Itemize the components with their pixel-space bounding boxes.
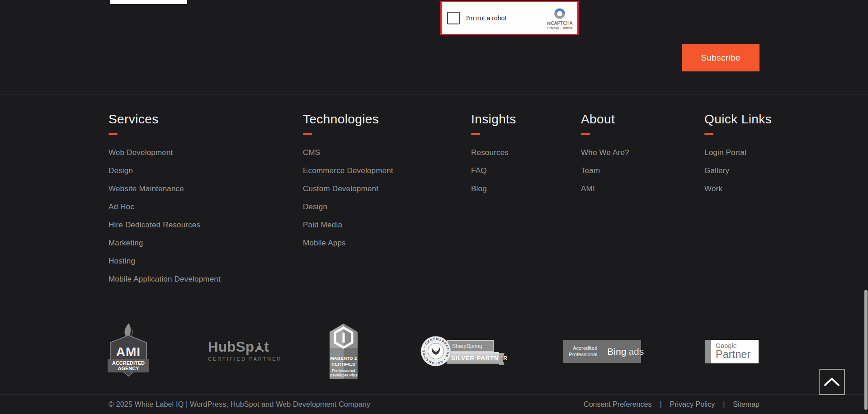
bing-ads-accredited-badge: Accredited Professional Bing ads bbox=[563, 340, 641, 363]
ami-accredited-agency-badge: AMI ACCREDITED AGENCY bbox=[108, 323, 149, 380]
footer-link-faq[interactable]: FAQ bbox=[471, 166, 487, 175]
google-partner-strip bbox=[705, 340, 711, 363]
hubspot-wordmark-left: HubSp bbox=[208, 340, 254, 354]
footer-link-ecommerce-development[interactable]: Ecommerce Development bbox=[303, 166, 393, 175]
services-links: Web Development Design Website Maintenan… bbox=[108, 144, 221, 288]
recaptcha-checkbox[interactable] bbox=[447, 12, 460, 24]
footer-link-who-we-are[interactable]: Who We Are? bbox=[581, 148, 629, 157]
recaptcha-widget[interactable]: I'm not a robot reCAPTCHA Privacy - Term… bbox=[440, 1, 579, 35]
footer-link-mobile-application-development[interactable]: Mobile Application Development bbox=[108, 275, 221, 284]
magento-logo-icon bbox=[333, 326, 354, 349]
footer-link-gallery[interactable]: Gallery bbox=[704, 166, 729, 175]
sharpspring-name: SharpSpring bbox=[452, 343, 482, 349]
newsletter-section: I'm not a robot reCAPTCHA Privacy - Term… bbox=[0, 0, 868, 94]
footer-link-custom-development[interactable]: Custom Development bbox=[303, 184, 378, 193]
hubspot-wordmark-right: t bbox=[264, 340, 269, 354]
insights-links: Resources FAQ Blog bbox=[471, 144, 516, 198]
partner-badges-strip: AMI ACCREDITED AGENCY HubSp t bbox=[0, 310, 868, 395]
footer-link-login-portal[interactable]: Login Portal bbox=[704, 148, 746, 157]
bing-accredited-professional-label: Accredited Professional bbox=[569, 345, 597, 358]
privacy-policy-link[interactable]: Privacy Policy bbox=[670, 400, 715, 409]
footer-link-hosting[interactable]: Hosting bbox=[108, 257, 135, 266]
column-title-about: About bbox=[581, 112, 629, 127]
column-title-insights: Insights bbox=[471, 112, 516, 127]
subscribe-button[interactable]: Subscribe bbox=[682, 44, 760, 71]
footer-link-cms[interactable]: CMS bbox=[303, 148, 320, 157]
magento-line3: Professional bbox=[330, 368, 358, 373]
footer-link-marketing[interactable]: Marketing bbox=[108, 239, 143, 248]
consent-preferences-link[interactable]: Consent Preferences bbox=[584, 400, 651, 409]
bottom-bar: © 2025 White Label IQ | WordPress, HubSp… bbox=[0, 395, 868, 414]
bing-wordmark: Bing bbox=[607, 346, 626, 357]
footer-column-quick-links: Quick Links Login Portal Gallery Work bbox=[704, 112, 772, 198]
footer-column-insights: Insights Resources FAQ Blog bbox=[471, 112, 516, 198]
separator: | bbox=[660, 400, 661, 409]
recaptcha-label: I'm not a robot bbox=[466, 14, 506, 22]
footer-link-ad-hoc[interactable]: Ad Hoc bbox=[108, 202, 134, 212]
legal-links: Consent Preferences | Privacy Policy | S… bbox=[584, 400, 760, 409]
partner-label: Partner bbox=[716, 348, 751, 361]
email-input-fragment[interactable] bbox=[110, 0, 187, 4]
hubspot-logo: HubSp t bbox=[208, 340, 271, 354]
hubspot-certified-partner-badge: HubSp t CERTIFIED PARTNER bbox=[208, 340, 271, 362]
accent-underline bbox=[303, 133, 312, 135]
bing-ads-label: ads bbox=[628, 346, 644, 357]
page-footer: I'm not a robot reCAPTCHA Privacy - Term… bbox=[0, 0, 868, 414]
footer-column-about: About Who We Are? Team AMI bbox=[581, 112, 629, 198]
hubspot-sprocket-icon bbox=[255, 342, 264, 353]
technologies-links: CMS Ecommerce Development Custom Develop… bbox=[303, 144, 393, 252]
footer-link-team[interactable]: Team bbox=[581, 166, 600, 175]
column-title-quick-links: Quick Links bbox=[704, 112, 772, 127]
footer-link-resources[interactable]: Resources bbox=[471, 148, 509, 157]
ami-badge-icon: AMI ACCREDITED AGENCY bbox=[108, 323, 149, 380]
sharpspring-tier-ribbon: SILVER PARTNER bbox=[447, 352, 499, 364]
accent-underline bbox=[704, 133, 713, 135]
accent-underline bbox=[108, 133, 118, 135]
about-links: Who We Are? Team AMI bbox=[581, 144, 629, 198]
footer-column-technologies: Technologies CMS Ecommerce Development C… bbox=[303, 112, 393, 252]
svg-text:ACCREDITED: ACCREDITED bbox=[112, 360, 145, 366]
footer-link-ami[interactable]: AMI bbox=[581, 184, 595, 193]
scroll-to-top-button[interactable] bbox=[819, 369, 845, 395]
footer-link-work[interactable]: Work bbox=[704, 184, 722, 193]
footer-column-services: Services Web Development Design Website … bbox=[108, 112, 221, 288]
magento-line1: MAGENTO 2 bbox=[330, 356, 358, 361]
footer-link-hire-dedicated-resources[interactable]: Hire Dedicated Resources bbox=[108, 221, 200, 230]
recaptcha-branding: reCAPTCHA Privacy - Terms bbox=[546, 7, 574, 30]
footer-link-web-development[interactable]: Web Development bbox=[108, 148, 173, 157]
accent-underline bbox=[581, 133, 590, 135]
recaptcha-logo-icon bbox=[553, 7, 566, 20]
quick-links: Login Portal Gallery Work bbox=[704, 144, 772, 198]
footer-link-design-tech[interactable]: Design bbox=[303, 202, 327, 212]
sharpspring-name-ribbon: SharpSpring bbox=[447, 340, 494, 352]
sharpspring-silver-partner-badge: SharpSpring SILVER PARTNER MARKETING • A… bbox=[420, 336, 505, 368]
column-title-services: Services bbox=[108, 112, 221, 127]
chevron-up-icon bbox=[824, 377, 840, 386]
recaptcha-brand: reCAPTCHA bbox=[547, 21, 573, 26]
google-partner-badge: Google Partner bbox=[705, 340, 759, 363]
accent-underline bbox=[471, 133, 480, 135]
svg-text:AMI: AMI bbox=[116, 345, 141, 359]
magento-certified-badge: MAGENTO 2 CERTIFIED Professional Develop… bbox=[330, 324, 358, 379]
footer-link-mobile-apps[interactable]: Mobile Apps bbox=[303, 239, 346, 248]
svg-text:AGENCY: AGENCY bbox=[118, 366, 139, 371]
magento-line4: Developer Plus bbox=[330, 373, 358, 377]
recaptcha-privacy-terms-link[interactable]: Privacy - Terms bbox=[547, 26, 572, 30]
column-title-technologies: Technologies bbox=[303, 112, 393, 127]
footer-link-blog[interactable]: Blog bbox=[471, 184, 487, 193]
scrollbar-thumb[interactable] bbox=[864, 290, 868, 410]
separator: | bbox=[723, 400, 725, 409]
footer-link-website-maintenance[interactable]: Website Maintenance bbox=[108, 184, 184, 193]
sitemap-link[interactable]: Sitemap bbox=[733, 400, 760, 409]
footer-navigation: Services Web Development Design Website … bbox=[0, 95, 868, 310]
sharpspring-seal-icon: MARKETING • AUTOMATION • CERTIFIED bbox=[420, 336, 451, 367]
footer-link-design[interactable]: Design bbox=[108, 166, 133, 175]
copyright-text: © 2025 White Label IQ | WordPress, HubSp… bbox=[108, 400, 370, 409]
hubspot-certified-partner-label: CERTIFIED PARTNER bbox=[208, 356, 271, 362]
footer-link-paid-media[interactable]: Paid Media bbox=[303, 221, 342, 230]
magento-line2: CERTIFIED bbox=[330, 362, 358, 367]
